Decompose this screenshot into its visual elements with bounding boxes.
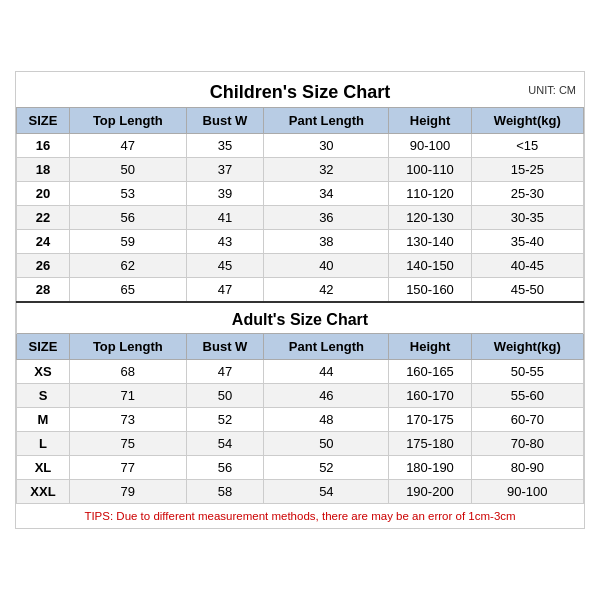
adult-header-row: SIZE Top Length Bust W Pant Length Heigh… [17,334,584,360]
adult-col-pant-length: Pant Length [264,334,389,360]
chart-title: Children's Size Chart UNIT: CM [16,72,584,107]
col-size: SIZE [17,108,70,134]
table-row: S715046160-17055-60 [17,384,584,408]
size-chart-container: Children's Size Chart UNIT: CM SIZE Top … [15,71,585,529]
table-row: 22564136120-13030-35 [17,206,584,230]
adult-col-top-length: Top Length [69,334,186,360]
table-row: 28654742150-16045-50 [17,278,584,303]
table-row: 20533934110-12025-30 [17,182,584,206]
table-row: XXL795854190-20090-100 [17,480,584,504]
children-header-row: SIZE Top Length Bust W Pant Length Heigh… [17,108,584,134]
tips-row: TIPS: Due to different measurement metho… [17,504,584,529]
children-rows: 1647353090-100<1518503732100-11015-25205… [17,134,584,303]
col-top-length: Top Length [69,108,186,134]
adult-section-header: Adult's Size Chart [17,302,584,334]
table-row: 24594338130-14035-40 [17,230,584,254]
table-row: 18503732100-11015-25 [17,158,584,182]
adult-col-bust-w: Bust W [186,334,264,360]
children-table: SIZE Top Length Bust W Pant Length Heigh… [16,107,584,528]
col-pant-length: Pant Length [264,108,389,134]
adult-col-size: SIZE [17,334,70,360]
table-row: L755450175-18070-80 [17,432,584,456]
table-row: M735248170-17560-70 [17,408,584,432]
col-weight: Weight(kg) [471,108,583,134]
col-bust-w: Bust W [186,108,264,134]
table-row: 26624540140-15040-45 [17,254,584,278]
children-title: Children's Size Chart [210,82,390,102]
adult-title: Adult's Size Chart [17,302,584,334]
tips-text: TIPS: Due to different measurement metho… [17,504,584,529]
table-row: XL775652180-19080-90 [17,456,584,480]
unit-label: UNIT: CM [528,84,576,96]
adult-col-weight: Weight(kg) [471,334,583,360]
col-height: Height [389,108,471,134]
table-row: 1647353090-100<15 [17,134,584,158]
table-row: XS684744160-16550-55 [17,360,584,384]
adult-rows: XS684744160-16550-55S715046160-17055-60M… [17,360,584,504]
adult-col-height: Height [389,334,471,360]
